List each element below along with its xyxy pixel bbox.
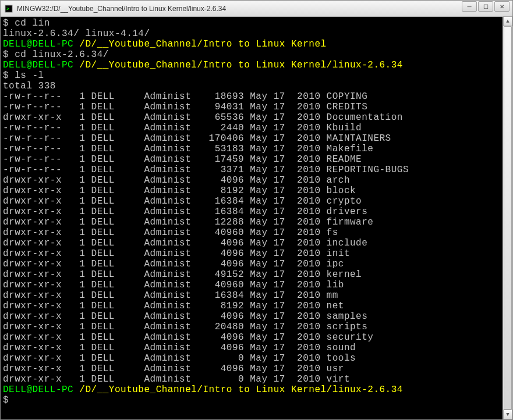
terminal-line: DELL@DELL-PC /D/__Youtube_Channel/Intro … bbox=[3, 39, 510, 49]
file-row: drwxr-xr-x 1 DELL Administ 0 May 17 2010… bbox=[3, 374, 510, 385]
file-row: drwxr-xr-x 1 DELL Administ 0 May 17 2010… bbox=[3, 353, 510, 364]
scroll-down-button[interactable]: ▼ bbox=[503, 410, 512, 419]
terminal-output[interactable]: $ cd linlinux-2.6.34/ linux-4.14/DELL@DE… bbox=[1, 17, 512, 419]
file-row: -rw-r--r-- 1 DELL Administ 53183 May 17 … bbox=[3, 144, 510, 154]
file-row: drwxr-xr-x 1 DELL Administ 8192 May 17 2… bbox=[3, 186, 510, 196]
minimize-button[interactable]: ─ bbox=[462, 1, 477, 12]
file-row: drwxr-xr-x 1 DELL Administ 8192 May 17 2… bbox=[3, 301, 510, 311]
file-row: drwxr-xr-x 1 DELL Administ 4096 May 17 2… bbox=[3, 175, 510, 186]
terminal-window: > MINGW32:/D/__Youtube_Channel/Intro to … bbox=[0, 0, 513, 420]
file-row: -rw-r--r-- 1 DELL Administ 94031 May 17 … bbox=[3, 102, 510, 112]
terminal-line: $ cd linux-2.6.34/ bbox=[3, 49, 510, 60]
file-row: drwxr-xr-x 1 DELL Administ 12288 May 17 … bbox=[3, 217, 510, 227]
file-row: drwxr-xr-x 1 DELL Administ 20480 May 17 … bbox=[3, 322, 510, 332]
file-row: drwxr-xr-x 1 DELL Administ 4096 May 17 2… bbox=[3, 364, 510, 374]
scroll-thumb[interactable] bbox=[504, 26, 512, 410]
scroll-track[interactable] bbox=[503, 26, 512, 410]
file-row: drwxr-xr-x 1 DELL Administ 4096 May 17 2… bbox=[3, 332, 510, 343]
file-row: -rw-r--r-- 1 DELL Administ 2440 May 17 2… bbox=[3, 123, 510, 133]
terminal-line: linux-2.6.34/ linux-4.14/ bbox=[3, 29, 510, 39]
file-row: drwxr-xr-x 1 DELL Administ 16384 May 17 … bbox=[3, 207, 510, 217]
terminal-line: $ ls -l bbox=[3, 70, 510, 81]
titlebar[interactable]: > MINGW32:/D/__Youtube_Channel/Intro to … bbox=[1, 1, 512, 17]
file-row: -rw-r--r-- 1 DELL Administ 170406 May 17… bbox=[3, 133, 510, 144]
scroll-up-button[interactable]: ▲ bbox=[503, 16, 512, 26]
close-button[interactable]: ✕ bbox=[494, 1, 510, 12]
terminal-line: DELL@DELL-PC /D/__Youtube_Channel/Intro … bbox=[3, 60, 510, 70]
app-icon: > bbox=[4, 4, 13, 13]
window-controls: ─ ☐ ✕ bbox=[462, 1, 510, 12]
file-row: drwxr-xr-x 1 DELL Administ 40960 May 17 … bbox=[3, 280, 510, 290]
file-row: -rw-r--r-- 1 DELL Administ 17459 May 17 … bbox=[3, 154, 510, 165]
file-row: drwxr-xr-x 1 DELL Administ 49152 May 17 … bbox=[3, 269, 510, 280]
file-row: drwxr-xr-x 1 DELL Administ 16384 May 17 … bbox=[3, 290, 510, 301]
svg-text:>: > bbox=[6, 6, 10, 12]
vertical-scrollbar[interactable]: ▲ ▼ bbox=[503, 16, 512, 419]
file-row: drwxr-xr-x 1 DELL Administ 65536 May 17 … bbox=[3, 112, 510, 123]
file-row: drwxr-xr-x 1 DELL Administ 4096 May 17 2… bbox=[3, 248, 510, 259]
terminal-line: $ cd lin bbox=[3, 18, 510, 29]
terminal-line: DELL@DELL-PC /D/__Youtube_Channel/Intro … bbox=[3, 385, 510, 395]
file-row: drwxr-xr-x 1 DELL Administ 4096 May 17 2… bbox=[3, 238, 510, 248]
file-row: -rw-r--r-- 1 DELL Administ 18693 May 17 … bbox=[3, 91, 510, 102]
file-row: drwxr-xr-x 1 DELL Administ 4096 May 17 2… bbox=[3, 343, 510, 353]
file-row: drwxr-xr-x 1 DELL Administ 40960 May 17 … bbox=[3, 227, 510, 238]
terminal-line: total 338 bbox=[3, 81, 510, 91]
file-row: drwxr-xr-x 1 DELL Administ 4096 May 17 2… bbox=[3, 259, 510, 269]
maximize-button[interactable]: ☐ bbox=[478, 1, 493, 12]
terminal-line: $ bbox=[3, 395, 510, 405]
file-row: drwxr-xr-x 1 DELL Administ 4096 May 17 2… bbox=[3, 311, 510, 322]
window-title: MINGW32:/D/__Youtube_Channel/Intro to Li… bbox=[17, 5, 509, 13]
file-row: drwxr-xr-x 1 DELL Administ 16384 May 17 … bbox=[3, 196, 510, 207]
file-row: -rw-r--r-- 1 DELL Administ 3371 May 17 2… bbox=[3, 165, 510, 175]
